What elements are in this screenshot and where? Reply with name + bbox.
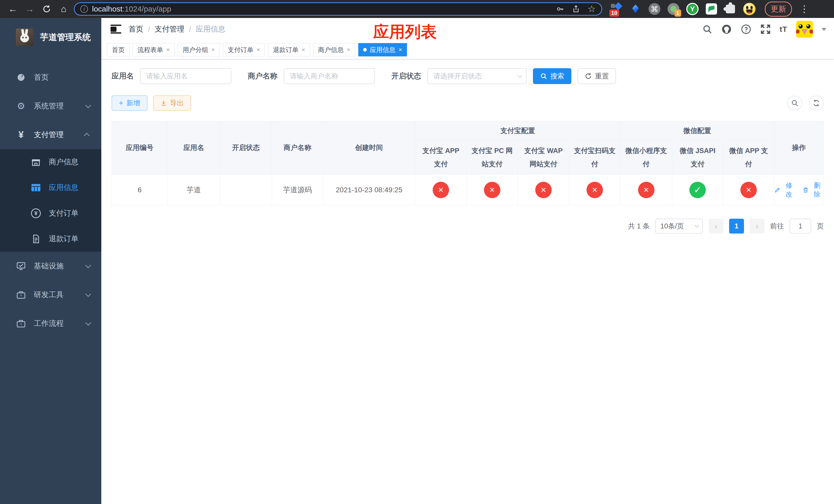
gear-icon: ⚙ — [16, 101, 26, 111]
breadcrumb-separator: / — [189, 25, 191, 33]
monitor-icon — [16, 261, 26, 271]
col-merchant: 商户名称 — [272, 121, 323, 175]
dashboard-icon — [16, 73, 26, 82]
sidebar-item-merchant-info[interactable]: 商户信息 — [0, 149, 101, 175]
search-icon — [791, 99, 798, 107]
cell-app-name: 芋道 — [168, 175, 220, 205]
app-name-label: 应用名 — [112, 71, 134, 81]
ext-chat-icon[interactable] — [705, 3, 718, 15]
user-avatar[interactable] — [796, 21, 813, 38]
ext-y-icon[interactable]: Y — [686, 3, 699, 15]
tab-merchant-info[interactable]: 商户信息× — [313, 43, 355, 56]
tab-pay-orders[interactable]: 支付订单× — [223, 43, 265, 56]
browser-menu-icon[interactable]: ⋮ — [799, 4, 809, 14]
add-button[interactable]: + 新增 — [112, 95, 148, 111]
browser-forward-icon[interactable]: → — [23, 2, 37, 16]
share-icon[interactable] — [572, 5, 580, 13]
sidebar-item-dev-tools[interactable]: 研发工具 — [0, 280, 101, 309]
export-button[interactable]: 导出 — [153, 95, 191, 111]
sidebar-item-app-info[interactable]: 应用信息 — [0, 175, 101, 201]
tab-home[interactable]: 首页 — [107, 43, 130, 56]
sidebar-item-infrastructure[interactable]: 基础设施 — [0, 252, 101, 280]
status-label: 开启状态 — [391, 71, 421, 81]
address-bar[interactable]: i localhost:1024/pay/app ☆ — [74, 2, 602, 16]
fullscreen-icon[interactable] — [760, 24, 771, 35]
browser-reload-icon[interactable] — [40, 2, 53, 16]
col-wechat-jsapi: 微信 JSAPI 支付 — [672, 141, 723, 175]
status-select[interactable]: 请选择开启状态 — [427, 68, 527, 84]
grid-table-icon — [30, 184, 42, 192]
goto-label: 前往 — [770, 222, 784, 231]
pencil-icon — [774, 187, 781, 193]
search-icon[interactable] — [702, 24, 712, 35]
ext-emoji-icon[interactable] — [743, 3, 755, 15]
chevron-down-icon — [517, 73, 522, 78]
table-toolbar: + 新增 导出 — [112, 95, 824, 111]
sidebar-item-payment[interactable]: ¥ 支付管理 — [0, 120, 101, 149]
sidebar-item-label: 退款订单 — [49, 234, 79, 244]
download-icon — [160, 100, 167, 107]
github-icon[interactable] — [721, 24, 732, 35]
tab-close-icon[interactable]: × — [211, 46, 215, 53]
reset-button[interactable]: 重置 — [577, 68, 616, 84]
tab-close-icon[interactable]: × — [302, 46, 305, 53]
tab-user-group[interactable]: 用户分组× — [178, 43, 220, 56]
merchant-name-input[interactable] — [284, 68, 375, 84]
font-size-icon[interactable]: tT — [780, 25, 787, 33]
password-key-icon[interactable] — [556, 5, 565, 13]
status-icon: × — [535, 182, 552, 198]
page-size-select[interactable]: 10条/页 — [655, 219, 703, 233]
tab-app-info[interactable]: 应用信息× — [358, 43, 407, 56]
trash-icon — [803, 187, 809, 193]
ext-kite-icon[interactable] — [629, 3, 642, 15]
sidebar-item-label: 支付订单 — [49, 208, 79, 219]
top-navbar: 首页 / 支付管理 / 应用信息 — [101, 18, 834, 41]
ext-command-icon[interactable]: ⌘ — [648, 3, 661, 15]
browser-home-icon[interactable]: ⌂ — [57, 2, 70, 16]
delete-button[interactable]: 删除 — [803, 181, 824, 199]
search-button[interactable]: 搜索 — [533, 68, 571, 84]
tab-process-form[interactable]: 流程表单× — [133, 43, 175, 56]
next-page-button[interactable]: › — [750, 219, 765, 233]
sidebar-item-workflow[interactable]: 工作流程 — [0, 309, 101, 338]
browser-back-icon[interactable]: ← — [6, 2, 20, 16]
payment-submenu: 商户信息 应用信息 ¥ 支付订单 — [0, 149, 101, 252]
sidebar-collapse-icon[interactable] — [111, 25, 121, 34]
sidebar-item-home[interactable]: 首页 — [0, 63, 101, 92]
edit-button[interactable]: 修改 — [774, 181, 795, 199]
refresh-table-button[interactable] — [809, 96, 824, 111]
current-page-button[interactable]: 1 — [729, 219, 744, 233]
ext-switch-icon[interactable]: 1 — [667, 3, 680, 15]
avatar-caret-icon[interactable] — [822, 28, 826, 33]
sidebar-item-refund-orders[interactable]: 退款订单 — [0, 226, 101, 252]
app-logo[interactable]: 芋道管理系统 — [0, 18, 101, 56]
app-name-input[interactable] — [140, 68, 231, 84]
tab-close-icon[interactable]: × — [347, 46, 350, 53]
help-icon[interactable] — [741, 24, 751, 35]
chevron-down-icon — [85, 102, 91, 109]
prev-page-button[interactable]: ‹ — [708, 219, 723, 233]
status-icon: × — [740, 182, 757, 198]
site-info-icon[interactable]: i — [80, 5, 88, 13]
pagination: 共 1 条 10条/页 ‹ 1 › 前往 页 — [112, 219, 824, 233]
bookmark-star-icon[interactable]: ☆ — [588, 4, 596, 14]
show-search-button[interactable] — [787, 96, 802, 111]
browser-chrome: ← → ⌂ i localhost:1024/pay/app ☆ 10 ⌘ — [0, 0, 834, 18]
store-icon — [30, 158, 42, 166]
sidebar-item-pay-orders[interactable]: ¥ 支付订单 — [0, 201, 101, 226]
browser-update-button[interactable]: 更新 — [765, 2, 792, 17]
merchant-name-label: 商户名称 — [248, 71, 278, 81]
tab-close-icon[interactable]: × — [257, 46, 260, 53]
tab-refund-orders[interactable]: 退款订单× — [268, 43, 310, 56]
chevron-down-icon — [85, 320, 91, 326]
sidebar-item-system[interactable]: ⚙ 系统管理 — [0, 92, 101, 120]
tab-close-icon[interactable]: × — [166, 46, 170, 53]
ext-userscript-icon[interactable]: 10 — [610, 3, 623, 15]
tab-close-icon[interactable]: × — [398, 46, 402, 53]
goto-page-input[interactable] — [790, 219, 811, 233]
extensions-puzzle-icon[interactable] — [724, 3, 737, 15]
breadcrumb-home[interactable]: 首页 — [129, 24, 144, 35]
breadcrumb-payment[interactable]: 支付管理 — [155, 24, 184, 35]
col-alipay-app: 支付宝 APP 支付 — [415, 141, 467, 175]
sidebar-item-label: 系统管理 — [34, 101, 85, 111]
